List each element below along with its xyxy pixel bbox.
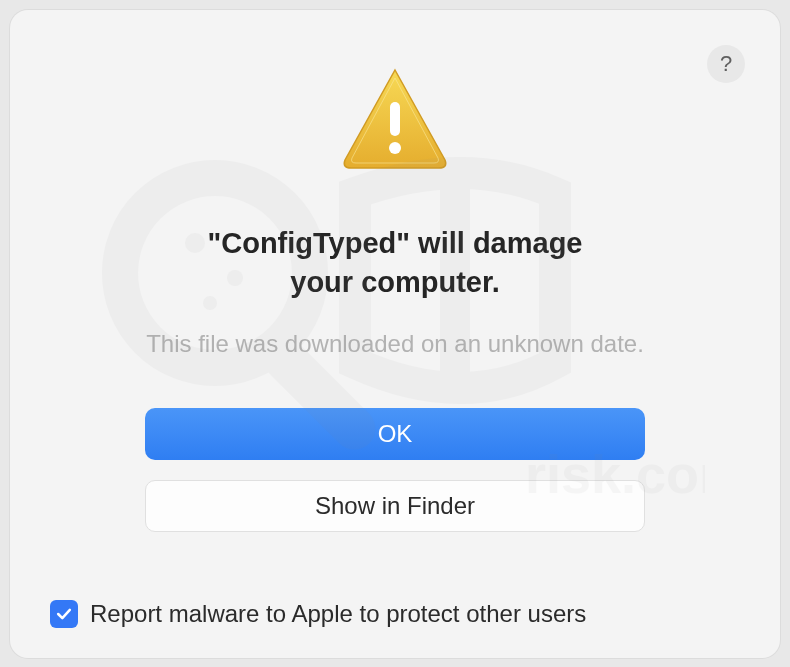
dialog-title: "ConfigTyped" will damage your computer. (208, 224, 583, 302)
ok-button[interactable]: OK (145, 408, 645, 460)
report-malware-label: Report malware to Apple to protect other… (90, 600, 586, 628)
svg-rect-6 (390, 102, 400, 136)
checkmark-icon (54, 604, 74, 624)
show-in-finder-label: Show in Finder (315, 492, 475, 520)
dialog-subtitle: This file was downloaded on an unknown d… (146, 330, 644, 358)
alert-dialog: risk.com ? "ConfigTyped" will damage you… (10, 10, 780, 658)
button-container: OK Show in Finder (145, 408, 645, 532)
svg-point-7 (389, 142, 401, 154)
checkbox-row: Report malware to Apple to protect other… (50, 600, 586, 628)
help-button[interactable]: ? (707, 45, 745, 83)
ok-button-label: OK (378, 420, 413, 448)
title-line-2: your computer. (290, 266, 500, 298)
report-malware-checkbox[interactable] (50, 600, 78, 628)
title-line-1: "ConfigTyped" will damage (208, 227, 583, 259)
svg-point-2 (185, 233, 205, 253)
warning-icon (335, 60, 455, 180)
show-in-finder-button[interactable]: Show in Finder (145, 480, 645, 532)
help-icon: ? (720, 51, 732, 77)
